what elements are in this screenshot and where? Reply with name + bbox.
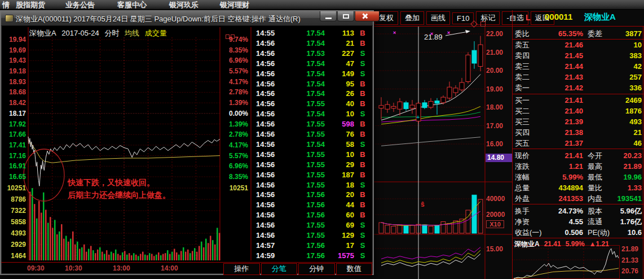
stat-row[interactable]: 涨跌1.21最高21.89	[512, 161, 644, 172]
tick-row[interactable]: 14:5617.5569S	[253, 220, 372, 230]
toolbar-button-2[interactable]: 画线	[426, 11, 450, 25]
quote-value: 65.35%	[541, 28, 583, 39]
svg-text:+: +	[416, 114, 420, 120]
menu-item-0[interactable]: 情	[2, 1, 10, 9]
close-button[interactable]	[355, 11, 380, 21]
tick-row[interactable]: 14:5617.5518S	[253, 180, 372, 190]
quote-label: 流通	[588, 216, 602, 227]
stat-row[interactable]: 收益(一)0.506PE(动)10.6	[512, 227, 644, 238]
tick-row[interactable]: 14:5617.55129S	[253, 230, 372, 240]
chart-mode-label[interactable]: 分时	[104, 29, 119, 37]
tick-row[interactable]: 14:5617.5510B	[253, 150, 372, 159]
toolbar-button-3[interactable]: F10	[452, 12, 474, 24]
tick-row[interactable]: 14:5617.5644B	[253, 200, 372, 210]
stat-row[interactable]: 现价21.41今开20.23	[512, 150, 644, 161]
menu-item-5[interactable]: 银河理财	[220, 1, 249, 9]
quote-value: 24.73%	[541, 206, 583, 216]
tick-row[interactable]: 14:5617.53227S	[253, 49, 372, 58]
tick-row[interactable]: 14:5617.5458S	[253, 140, 372, 149]
tick-row[interactable]: 14:5617.5540B	[253, 99, 372, 108]
menu-item-3[interactable]: 客服中心	[117, 1, 147, 9]
maximize-button[interactable]	[337, 11, 354, 21]
stat-row[interactable]: 换手24.73%股本5.96亿	[512, 206, 644, 216]
tick-row[interactable]: 14:5617.5426B	[253, 89, 372, 98]
tick-price: 17.54	[290, 28, 325, 38]
ask-row-3[interactable]: 卖三21.4442	[512, 61, 644, 72]
divider	[512, 204, 644, 204]
quote-value: 21.89	[603, 161, 642, 172]
tick-row[interactable]: 14:5517.54113B	[253, 28, 372, 38]
tab-数值[interactable]: 数值	[336, 263, 373, 275]
quote-value: 3877	[603, 28, 642, 39]
menu-item-1[interactable]: 股指期货	[16, 1, 45, 9]
toolbar-button-1[interactable]: 叠加	[400, 11, 424, 25]
tick-row[interactable]: 14:5617.5620B	[253, 190, 372, 199]
ask-row-5[interactable]: 卖五21.4610	[512, 40, 644, 50]
volume-axis-label: 8786	[2, 195, 26, 203]
daily-kline-chart[interactable]: ×××21.89+ŝ	[373, 26, 512, 279]
tick-row[interactable]: 14:5617.54149S	[253, 69, 372, 79]
tab-分钟[interactable]: 分钟	[298, 263, 335, 275]
quote-label: 外盘	[515, 193, 530, 204]
chart-avg-label[interactable]: 均线	[125, 29, 139, 37]
price-axis-label: 19.43	[2, 56, 26, 64]
tick-price: 17.54	[290, 59, 325, 68]
stat-row[interactable]: 总量434894量比1.33	[512, 182, 644, 193]
tab-操作[interactable]: 操作	[223, 263, 260, 275]
ask-row-2[interactable]: 卖二21.43257	[512, 72, 644, 82]
bid-row-3[interactable]: 买三21.39493	[512, 116, 644, 127]
tick-row[interactable]: 14:5617.5495B	[253, 79, 372, 89]
quote-value: 4.55	[541, 216, 583, 227]
window-titlebar[interactable]: 深物业A(000011) 2017年05月24日 星期三 PageUp/Down…	[1, 11, 373, 26]
tick-price: 17.55	[290, 119, 325, 129]
tick-volume: 20	[325, 190, 354, 199]
bid-row-2[interactable]: 买二21.401876	[512, 106, 644, 116]
chart-vol-label[interactable]: 成交量	[145, 29, 167, 37]
weibi-row[interactable]: 委比65.35%委差3877	[512, 28, 644, 39]
tick-row[interactable]: 14:5717.5617S	[253, 241, 372, 250]
mini-axis-label: 21.33	[621, 256, 638, 264]
tab-分笔[interactable]: 分笔	[261, 263, 298, 275]
tick-time: 14:56	[256, 150, 275, 159]
diamond-icon[interactable]	[471, 21, 477, 27]
tick-row[interactable]: 14:5617.5447S	[253, 59, 372, 68]
stat-row[interactable]: 净资4.55流通1.76亿	[512, 216, 644, 227]
loan-marker: L	[526, 14, 531, 21]
toolbar-button-4[interactable]: 标记	[476, 11, 500, 25]
square-icon[interactable]	[480, 21, 486, 27]
ask-row-4[interactable]: 卖四21.45383	[512, 50, 644, 61]
time-axis-label: 14:00	[161, 264, 178, 272]
percent-axis-label: 2.78%	[222, 130, 248, 138]
book-price: 21.46	[541, 40, 583, 50]
quote-value: 5.99%	[541, 172, 583, 182]
menu-item-2[interactable]: 业务公告	[65, 1, 95, 9]
tick-row[interactable]: 14:5617.5576B	[253, 129, 372, 139]
percent-axis-label: 5.57%	[222, 152, 248, 160]
percent-axis-label: 1.39%	[222, 99, 248, 107]
chart-date: 2017-05-24	[61, 29, 99, 37]
quote-header: L 000011 深物业A	[512, 11, 644, 25]
tick-row[interactable]: 14:5617.5421B	[253, 38, 372, 48]
minimize-button[interactable]	[320, 11, 337, 21]
quote-label: 委比	[515, 28, 530, 39]
tick-row[interactable]: 14:5617.5660B	[253, 210, 372, 220]
percent-axis-label: 0.00%	[222, 110, 248, 117]
stat-row[interactable]: 涨幅5.99%最低19.96	[512, 172, 644, 182]
book-level-label: 买五	[515, 138, 530, 149]
ask-row-1[interactable]: 卖一21.42336	[512, 82, 644, 93]
quote-label: 涨跌	[515, 161, 530, 172]
menu-item-4[interactable]: 银河玖乐	[169, 1, 199, 9]
tick-row[interactable]: 14:5917.561575S	[253, 251, 372, 260]
tick-row[interactable]: 14:5617.55187B	[253, 170, 372, 180]
tick-row[interactable]: 14:5617.55598B	[253, 119, 372, 129]
bid-row-1[interactable]: 买一21.412469	[512, 95, 644, 106]
stat-row[interactable]: 外盘241353内盘193541	[512, 193, 644, 204]
bid-row-5[interactable]: 买五21.3746	[512, 138, 644, 149]
tick-volume: 227	[325, 49, 354, 58]
bid-row-4[interactable]: 买四21.3821	[512, 127, 644, 138]
quote-label: 涨幅	[515, 172, 530, 182]
tick-row[interactable]: 14:5617.5410S	[253, 109, 372, 119]
tick-row[interactable]: 14:5617.5529B	[253, 160, 372, 169]
tick-time: 14:56	[256, 190, 275, 199]
book-volume: 42	[585, 61, 642, 72]
